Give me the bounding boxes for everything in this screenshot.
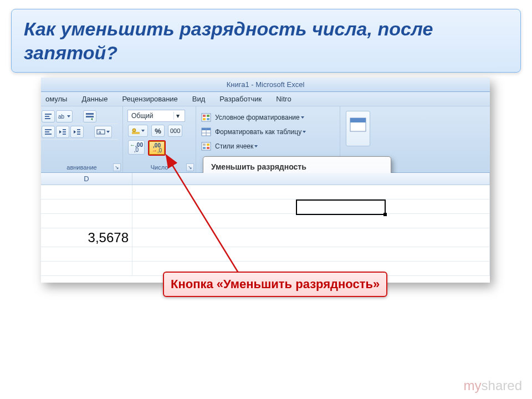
svg-rect-12 bbox=[77, 129, 80, 130]
cell[interactable] bbox=[132, 228, 490, 247]
cell-styles-icon bbox=[201, 141, 212, 151]
align-icon bbox=[44, 113, 52, 120]
window-title: Книга1 - Microsoft Excel bbox=[227, 80, 305, 89]
tab-view[interactable]: Вид bbox=[192, 95, 206, 103]
column-header-rest[interactable] bbox=[132, 173, 490, 185]
format-as-table-button[interactable]: Форматировать как таблицу bbox=[201, 125, 335, 139]
svg-rect-7 bbox=[45, 131, 49, 132]
number-format-dropdown[interactable]: Общий ▾ bbox=[127, 110, 185, 122]
cell-sample-value[interactable]: 3,5678 bbox=[41, 228, 132, 247]
decrease-indent-button[interactable] bbox=[56, 126, 69, 138]
group-alignment-label: авнивание bbox=[41, 164, 122, 171]
number-format-selected: Общий bbox=[131, 112, 154, 120]
svg-rect-34 bbox=[350, 118, 366, 122]
svg-rect-13 bbox=[77, 131, 80, 132]
column-header-d[interactable]: D bbox=[41, 173, 132, 185]
table-row bbox=[41, 185, 490, 200]
svg-rect-2 bbox=[45, 118, 50, 119]
svg-rect-11 bbox=[63, 134, 66, 135]
svg-rect-1 bbox=[45, 116, 49, 117]
cell[interactable] bbox=[41, 185, 132, 199]
conditional-formatting-label: Условное форматирование bbox=[215, 114, 300, 121]
worksheet-grid: D 3,5678 bbox=[41, 173, 490, 283]
svg-rect-22 bbox=[203, 118, 206, 120]
slide-title: Как уменьшить разрядность числа, после з… bbox=[11, 9, 521, 73]
group-number: Общий ▾ % 000 ←,00 ,0 bbox=[123, 106, 196, 172]
svg-rect-10 bbox=[63, 131, 66, 132]
decrease-indent-icon bbox=[59, 129, 66, 135]
watermark-left: my bbox=[464, 378, 482, 393]
cell[interactable] bbox=[132, 214, 490, 228]
cell[interactable] bbox=[41, 247, 132, 261]
table-row: 3,5678 bbox=[41, 228, 490, 247]
accounting-format-button[interactable] bbox=[128, 125, 148, 137]
watermark-right: shared bbox=[482, 378, 522, 393]
svg-rect-29 bbox=[203, 144, 206, 146]
svg-rect-30 bbox=[207, 144, 209, 146]
tab-formulas[interactable]: омулы bbox=[45, 95, 67, 103]
tab-review[interactable]: Рецензирование bbox=[122, 95, 177, 103]
cell[interactable] bbox=[41, 214, 132, 228]
group-number-label: Число bbox=[123, 164, 196, 171]
table-row bbox=[41, 214, 490, 228]
excel-screenshot: Книга1 - Microsoft Excel омулы Данные Ре… bbox=[41, 78, 490, 283]
svg-rect-23 bbox=[207, 118, 209, 120]
table-row bbox=[41, 247, 490, 262]
align-left-button[interactable] bbox=[42, 126, 55, 138]
svg-rect-21 bbox=[207, 115, 209, 117]
tab-data[interactable]: Данные bbox=[81, 95, 108, 103]
cell-styles-label: Стили ячеек bbox=[215, 142, 253, 150]
wrap-text-icon bbox=[85, 112, 94, 120]
svg-rect-5 bbox=[86, 116, 94, 117]
svg-rect-0 bbox=[45, 114, 52, 115]
svg-rect-9 bbox=[63, 129, 66, 130]
insert-cells-icon bbox=[347, 114, 369, 136]
decrease-decimal-button[interactable]: ,00 →,0 bbox=[148, 140, 166, 156]
window-title-bar: Книга1 - Microsoft Excel bbox=[41, 78, 490, 92]
align-left-icon bbox=[44, 129, 52, 135]
cell-styles-button[interactable]: Стили ячеек bbox=[201, 140, 335, 153]
tab-developer[interactable]: Разработчик bbox=[219, 95, 262, 103]
alignment-dialog-launcher[interactable]: ↘ bbox=[113, 163, 121, 171]
tab-nitro[interactable]: Nitro bbox=[276, 95, 291, 103]
svg-rect-14 bbox=[77, 134, 80, 135]
svg-rect-20 bbox=[203, 115, 206, 117]
comma-format-button[interactable]: 000 bbox=[168, 125, 182, 137]
group-alignment: ab a bbox=[41, 106, 123, 172]
percent-format-button[interactable]: % bbox=[151, 125, 165, 137]
number-dialog-launcher[interactable]: ↘ bbox=[186, 163, 194, 171]
chevron-down-icon: ▾ bbox=[173, 112, 181, 120]
merge-icon: a bbox=[96, 128, 105, 136]
increase-indent-button[interactable] bbox=[70, 126, 84, 138]
watermark: myshared bbox=[464, 378, 522, 393]
svg-rect-17 bbox=[132, 132, 140, 134]
orientation-icon: ab bbox=[58, 113, 66, 120]
column-headers: D bbox=[41, 173, 490, 185]
conditional-formatting-icon bbox=[201, 112, 212, 122]
format-as-table-label: Форматировать как таблицу bbox=[215, 128, 301, 136]
cell[interactable] bbox=[132, 200, 490, 213]
table-row bbox=[41, 200, 490, 214]
svg-rect-4 bbox=[86, 113, 94, 115]
wrap-text-button[interactable] bbox=[83, 110, 96, 122]
format-as-table-icon bbox=[201, 127, 212, 137]
svg-rect-31 bbox=[203, 147, 206, 149]
svg-rect-8 bbox=[45, 134, 52, 135]
ribbon-tabs: омулы Данные Рецензирование Вид Разработ… bbox=[41, 92, 490, 106]
align-top-button[interactable] bbox=[42, 110, 55, 122]
tooltip-title: Уменьшить разрядность bbox=[211, 162, 383, 171]
callout-label: Кнопка «Уменьшить разрядность» bbox=[163, 272, 387, 297]
svg-text:ab: ab bbox=[58, 114, 65, 120]
merge-center-button[interactable]: a bbox=[94, 126, 112, 138]
cell[interactable] bbox=[132, 247, 490, 261]
currency-icon bbox=[131, 127, 140, 135]
cell[interactable] bbox=[41, 200, 132, 213]
insert-cells-button[interactable] bbox=[346, 111, 370, 146]
cell[interactable] bbox=[41, 262, 132, 275]
increase-decimal-button[interactable]: ←,00 ,0 bbox=[128, 140, 145, 155]
orientation-button[interactable]: ab bbox=[56, 110, 73, 122]
increase-indent-icon bbox=[73, 129, 81, 135]
svg-point-18 bbox=[132, 129, 136, 132]
cell[interactable] bbox=[132, 185, 490, 199]
conditional-formatting-button[interactable]: Условное форматирование bbox=[201, 111, 335, 124]
